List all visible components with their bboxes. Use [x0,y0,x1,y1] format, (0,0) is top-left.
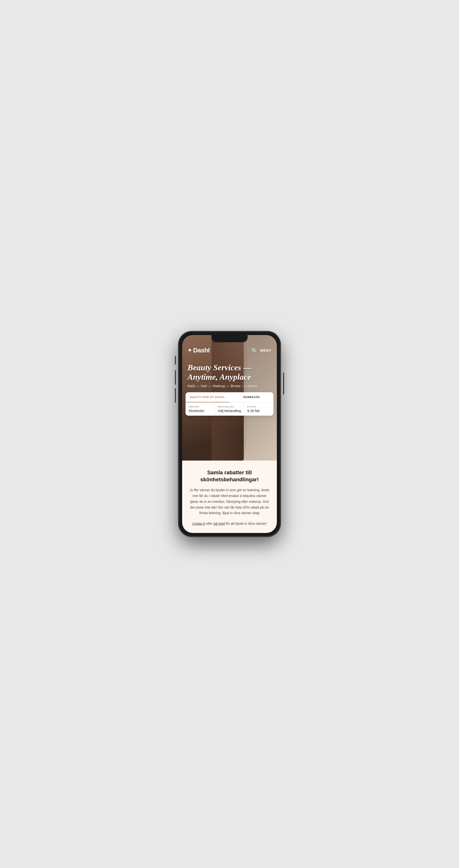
hero-subtitle: Nails — Hair — Makeup — Brows — Lashes [188,384,271,388]
field-omrade-label: OMRÅDE [189,405,212,408]
hero-content: Beauty Services — Anytime, Anyplace Nail… [182,358,277,388]
menu-button[interactable]: MENY [260,348,271,352]
logo[interactable]: ✦ Dashl [188,347,210,354]
mute-button [175,356,176,365]
booking-card: BEAUTY BAR BY DASHL HEMBESÖK OMRÅDE Stoc… [185,392,274,416]
section-title: Samla rabatter till skönhetsbehandlingar… [189,469,270,483]
hero-title-line1: Beauty Services — [188,363,251,372]
join-link[interactable]: gå med [213,522,225,525]
screen-content: ✦ Dashl MENY [182,335,277,533]
volume-down-button [175,388,176,403]
field-omrade[interactable]: OMRÅDE Stockholm [185,403,215,416]
field-datum[interactable]: DATUM 9-16 feb [244,403,274,416]
hero-title-line2: Anytime, Anyplace [188,372,251,381]
search-icon[interactable] [252,348,256,353]
tabs: BEAUTY BAR BY DASHL HEMBESÖK [185,392,274,403]
link-middle-text: eller [205,522,213,525]
logo-text: Dashl [193,347,210,354]
tab-beauty-bar[interactable]: BEAUTY BAR BY DASHL [185,392,229,402]
phone-screen-container: ✦ Dashl MENY [182,335,277,533]
booking-fields: OMRÅDE Stockholm BEHANDLING Välj behandl… [185,403,274,416]
hero-section: ✦ Dashl MENY [182,335,277,461]
section-body: Ju fler vänner du bjuder in som gör en b… [189,487,270,516]
link-suffix-text: för att bjuda in dina vänner! [225,522,267,525]
nav-right: MENY [252,348,271,353]
section-link-line: Logga in eller gå med för att bjuda in d… [189,521,270,527]
hero-title: Beauty Services — Anytime, Anyplace [188,363,271,382]
svg-line-1 [254,351,255,352]
content-section: Samla rabatter till skönhetsbehandlingar… [182,461,277,533]
phone-device: ✦ Dashl MENY [179,332,280,536]
field-omrade-value: Stockholm [189,409,212,413]
login-link[interactable]: Logga in [192,522,205,525]
field-datum-label: DATUM [247,405,270,408]
field-datum-value: 9-16 feb [247,409,270,413]
volume-up-button [175,370,176,385]
phone-notch [211,335,248,342]
field-behandling[interactable]: BEHANDLING Välj behandling [215,403,245,416]
field-behandling-label: BEHANDLING [218,405,241,408]
field-behandling-value: Välj behandling [218,409,241,413]
logo-star-icon: ✦ [188,347,192,353]
tab-hembesok[interactable]: HEMBESÖK [229,392,274,402]
power-button [283,373,284,395]
